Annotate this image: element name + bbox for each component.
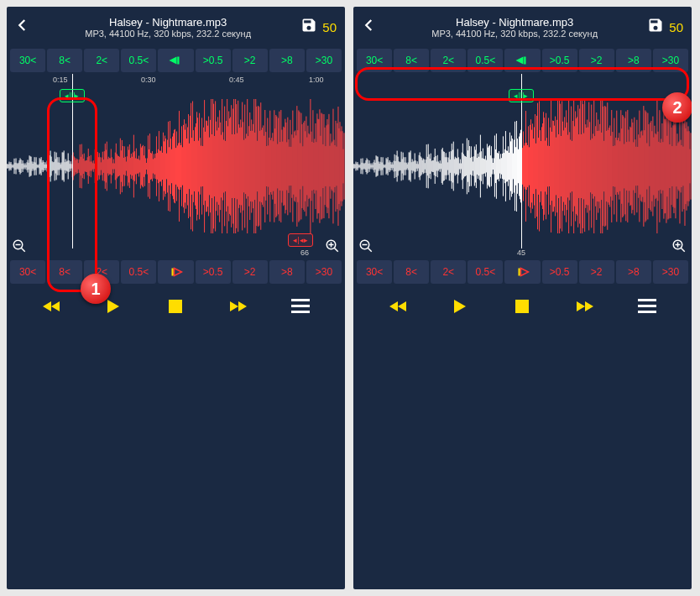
svg-line-822 [681,248,685,252]
seek-fwd-05-b[interactable]: >0.5 [542,260,577,284]
seek-fwd-30[interactable]: >30 [653,49,688,72]
seek-back-05-b[interactable]: 0.5< [468,260,503,284]
seek-top-row: 30< 8< 2< 0.5< >0.5 >2 >8 >30 [7,47,345,74]
seek-fwd-8[interactable]: >8 [269,49,305,72]
file-subtitle: MP3, 44100 Hz, 320 kbps, 232.2 секунд [382,29,647,39]
seek-back-30-b[interactable]: 30< [10,260,45,284]
seek-back-2-b[interactable]: 2< [84,260,119,284]
seek-fwd-2-b[interactable]: >2 [232,260,268,284]
seek-fwd-8-b[interactable]: >8 [269,260,305,284]
playback-controls [353,285,692,327]
time-label: 0:15 [53,76,68,84]
seek-to-end[interactable] [504,260,540,284]
svg-rect-828 [638,305,656,307]
save-count: 50 [669,20,683,34]
seek-back-2[interactable]: 2< [431,49,466,72]
stop-button[interactable] [163,294,188,319]
waveform-area[interactable]: ◂|||▸ 45 [353,74,692,259]
svg-rect-413 [291,305,310,307]
seek-fwd-2[interactable]: >2 [232,49,268,72]
seek-back-30-b[interactable]: 30< [357,260,392,284]
time-label: 0:30 [141,76,156,84]
seek-back-30[interactable]: 30< [10,49,45,72]
seek-fwd-05[interactable]: >0.5 [542,49,577,72]
back-button[interactable] [362,18,382,37]
zoom-out-button[interactable] [358,238,374,257]
seek-back-05[interactable]: 0.5< [121,49,156,72]
svg-rect-410 [172,269,174,276]
title-area: Halsey - Nightmare.mp3 MP3, 44100 Hz, 32… [382,16,647,39]
svg-rect-411 [169,300,182,313]
svg-rect-414 [291,311,310,313]
svg-rect-0 [178,57,180,65]
play-button[interactable] [101,294,126,319]
seek-fwd-30-b[interactable]: >30 [306,260,342,284]
svg-rect-412 [291,299,310,301]
play-button[interactable] [447,294,473,319]
time-label: 1:00 [309,76,324,84]
save-area[interactable]: 50 [300,17,337,37]
seek-back-05-b[interactable]: 0.5< [121,260,156,284]
seek-top-row: 30< 8< 2< 0.5< >0.5 >2 >8 >30 [353,47,692,74]
seek-fwd-30-b[interactable]: >30 [653,260,688,284]
zoom-in-button[interactable] [671,238,687,257]
seek-fwd-30[interactable]: >30 [306,49,342,72]
save-count: 50 [322,20,337,34]
screen-1: Halsey - Nightmare.mp3 MP3, 44100 Hz, 32… [7,7,345,589]
seek-fwd-8[interactable]: >8 [616,49,651,72]
seek-fwd-05-b[interactable]: >0.5 [196,260,231,284]
playback-controls [7,285,345,327]
rewind-button[interactable] [39,294,64,319]
time-label: 0:45 [229,76,244,84]
save-area[interactable]: 50 [647,17,683,37]
seek-to-start[interactable] [158,49,193,72]
save-icon [647,17,664,37]
title-area: Halsey - Nightmare.mp3 MP3, 44100 Hz, 32… [35,16,300,39]
forward-button[interactable] [572,294,598,319]
seek-back-8[interactable]: 8< [394,49,429,72]
seek-fwd-8-b[interactable]: >8 [616,260,651,284]
file-title: Halsey - Nightmare.mp3 [35,16,300,29]
seek-bottom-row: 30< 8< 2< 0.5< >0.5 >2 >8 >30 [7,259,345,285]
seek-back-8-b[interactable]: 8< [394,260,429,284]
svg-rect-415 [525,57,526,65]
seek-bottom-row: 30< 8< 2< 0.5< >0.5 >2 >8 >30 [353,259,692,285]
svg-line-407 [334,248,338,252]
svg-line-404 [21,248,25,252]
header: Halsey - Nightmare.mp3 MP3, 44100 Hz, 32… [7,7,345,47]
seek-back-2[interactable]: 2< [84,49,119,72]
save-icon [300,17,317,37]
file-title: Halsey - Nightmare.mp3 [382,16,647,29]
rewind-button[interactable] [385,294,410,319]
seek-to-start[interactable] [504,49,540,72]
seek-fwd-05[interactable]: >0.5 [196,49,231,72]
seek-back-05[interactable]: 0.5< [468,49,503,72]
seek-back-8-b[interactable]: 8< [47,260,82,284]
seek-back-30[interactable]: 30< [357,49,392,72]
waveform-area[interactable]: 0:15 0:30 0:45 1:00 ◂|||▸ ◂|◂▸ 66 [7,74,345,259]
zoom-out-button[interactable] [12,238,27,257]
frame-number: 66 [300,248,309,257]
menu-button[interactable] [288,294,313,319]
start-handle[interactable]: ◂|||▸ [509,89,534,102]
svg-rect-825 [519,269,520,276]
seek-fwd-2[interactable]: >2 [579,49,614,72]
end-handle[interactable]: ◂|◂▸ [288,233,313,247]
seek-fwd-2-b[interactable]: >2 [579,260,614,284]
stop-button[interactable] [509,294,535,319]
svg-rect-827 [638,299,656,301]
seek-to-end[interactable] [158,260,193,284]
seek-back-2-b[interactable]: 2< [431,260,466,284]
menu-button[interactable] [635,294,660,319]
seek-back-8[interactable]: 8< [47,49,82,72]
zoom-in-button[interactable] [325,238,340,257]
start-handle[interactable]: ◂|||▸ [60,89,85,102]
svg-rect-829 [638,311,656,313]
waveform-canvas [7,99,345,233]
file-subtitle: MP3, 44100 Hz, 320 kbps, 232.2 секунд [35,29,300,39]
screen-2: Halsey - Nightmare.mp3 MP3, 44100 Hz, 32… [353,7,692,589]
svg-line-819 [368,248,372,252]
frame-number: 45 [517,248,525,257]
back-button[interactable] [15,18,35,37]
forward-button[interactable] [226,294,251,319]
